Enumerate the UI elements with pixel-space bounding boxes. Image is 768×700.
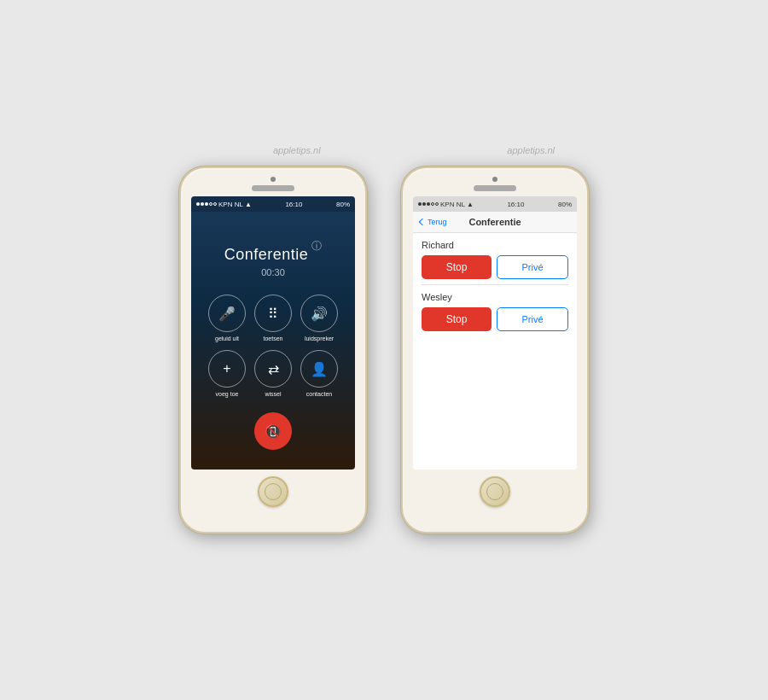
conf-nav: Terug Conferentie xyxy=(413,212,577,233)
home-button-1[interactable] xyxy=(258,476,288,507)
conf-screen: KPN NL ▲ 16:10 80% Terug Conferentie xyxy=(413,196,577,470)
camera-dot-2 xyxy=(492,177,497,182)
conf-nav-title: Conferentie xyxy=(468,217,521,227)
richard-prive-button[interactable]: Privé xyxy=(497,255,568,279)
richard-name: Richard xyxy=(422,240,568,250)
call-title: Conferentie xyxy=(224,246,309,264)
phone-top-2 xyxy=(403,168,587,191)
speaker-bar-1 xyxy=(252,185,294,191)
carrier-1: KPN NL xyxy=(218,201,243,208)
swap-label: wissel xyxy=(265,391,281,397)
call-btn-add[interactable]: + voeg toe xyxy=(208,350,246,397)
call-timer: 00:30 xyxy=(261,267,285,277)
battery-2: 80% xyxy=(558,201,572,208)
screen-2: KPN NL ▲ 16:10 80% Terug Conferentie xyxy=(413,196,577,470)
speaker-icon: 🔊 xyxy=(300,295,338,332)
watermark-left: appletips.nl xyxy=(273,145,321,155)
info-icon: ⓘ xyxy=(311,239,322,254)
back-label: Terug xyxy=(428,218,447,226)
mute-icon: 🎤 xyxy=(208,295,246,332)
end-call-button[interactable]: 📵 xyxy=(254,412,292,450)
status-bar-2: KPN NL ▲ 16:10 80% xyxy=(413,196,577,212)
mute-label: geluid uit xyxy=(215,335,239,341)
wesley-actions: Stop Privé xyxy=(422,307,568,331)
phone-1: KPN NL ▲ 16:10 80% Conferentie ⓘ 00:30 🎤 xyxy=(179,166,367,534)
back-chevron-icon xyxy=(419,219,426,225)
watermark-right: appletips.nl xyxy=(507,145,555,155)
swap-icon: ⇄ xyxy=(254,350,292,388)
camera-dot-1 xyxy=(271,177,276,182)
richard-stop-button[interactable]: Stop xyxy=(422,255,492,279)
time-1: 16:10 xyxy=(285,201,302,208)
call-title-row: Conferentie ⓘ xyxy=(224,229,323,264)
call-btn-keypad[interactable]: ⠿ toetsen xyxy=(254,295,292,341)
time-2: 16:10 xyxy=(507,201,524,208)
contacts-icon: 👤 xyxy=(300,350,338,388)
wesley-name: Wesley xyxy=(422,292,568,302)
wesley-prive-button[interactable]: Privé xyxy=(497,307,568,331)
wifi-icon-2: ▲ xyxy=(467,201,474,208)
keypad-label: toetsen xyxy=(264,335,283,341)
call-btn-speaker[interactable]: 🔊 luidspreker xyxy=(300,295,338,341)
speaker-label: luidspreker xyxy=(305,335,334,341)
screen-1: KPN NL ▲ 16:10 80% Conferentie ⓘ 00:30 🎤 xyxy=(191,196,355,470)
participant-richard: Richard Stop Privé xyxy=(413,233,577,284)
add-label: voeg toe xyxy=(216,391,239,397)
call-screen: KPN NL ▲ 16:10 80% Conferentie ⓘ 00:30 🎤 xyxy=(191,196,355,470)
signal-dots-1 xyxy=(196,202,217,206)
phone-2: KPN NL ▲ 16:10 80% Terug Conferentie xyxy=(401,166,589,534)
conf-content: Richard Stop Privé Wesley Stop Privé xyxy=(413,233,577,470)
keypad-icon: ⠿ xyxy=(254,295,292,332)
call-btn-mute[interactable]: 🎤 geluid uit xyxy=(208,295,246,341)
back-button[interactable]: Terug xyxy=(420,218,447,226)
call-buttons-grid: 🎤 geluid uit ⠿ toetsen 🔊 luidspreker + v… xyxy=(200,295,346,397)
speaker-bar-2 xyxy=(474,185,516,191)
status-bar-1: KPN NL ▲ 16:10 80% xyxy=(191,196,355,212)
phone-top-1 xyxy=(181,168,365,191)
participant-wesley: Wesley Stop Privé xyxy=(413,285,577,336)
call-btn-swap[interactable]: ⇄ wissel xyxy=(254,350,292,397)
contacts-label: contacten xyxy=(306,391,332,397)
home-button-2[interactable] xyxy=(480,476,510,507)
wesley-stop-button[interactable]: Stop xyxy=(422,307,492,331)
carrier-2: KPN NL xyxy=(440,201,465,208)
battery-1: 80% xyxy=(336,201,350,208)
richard-actions: Stop Privé xyxy=(422,255,568,279)
phones-wrapper: appletips.nl appletips.nl xyxy=(179,166,589,534)
add-icon: + xyxy=(208,350,246,388)
signal-dots-2 xyxy=(418,202,439,206)
call-btn-contacts[interactable]: 👤 contacten xyxy=(300,350,338,397)
wifi-icon-1: ▲ xyxy=(245,201,252,208)
